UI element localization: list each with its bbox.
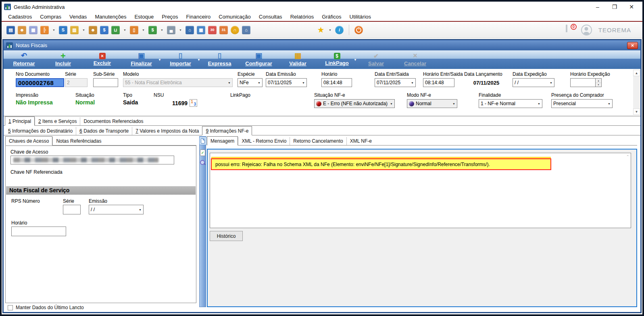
tab-xml-retorno-envio[interactable]: XML - Retorno Envio bbox=[238, 137, 290, 145]
configurar-button[interactable]: ▣ Configurar bbox=[239, 52, 278, 67]
chevron-down-icon[interactable]: ▼ bbox=[536, 100, 542, 108]
keep-last-entry-checkbox[interactable] bbox=[8, 305, 13, 310]
splitter-strip[interactable]: ✓ bbox=[199, 136, 206, 307]
finalidade-select[interactable]: 1 - NF-e Normal ▼ bbox=[479, 99, 542, 108]
scroll-up-icon[interactable]: ▲ bbox=[633, 70, 640, 76]
tab-principal[interactable]: 1 Principal bbox=[5, 116, 35, 126]
cash-register-icon[interactable]: ▄ bbox=[167, 26, 175, 34]
modo-nfe-select[interactable]: Normal ▼ bbox=[407, 99, 457, 108]
tab-valores-impostos[interactable]: 7 Valores e Impostos da Nota bbox=[132, 127, 202, 135]
user-finance-icon[interactable]: ☻ bbox=[89, 26, 97, 34]
emissao-select[interactable]: / / ▼ bbox=[89, 205, 144, 214]
chevron-down-icon[interactable]: ▼ bbox=[606, 100, 612, 108]
situacao-nfe-select[interactable]: E - Erro (NFE não Autorizada) ▼ bbox=[314, 99, 395, 108]
menu-cadastros[interactable]: Cadastros bbox=[4, 12, 36, 21]
chevron-down-icon[interactable]: ▼ bbox=[409, 79, 415, 87]
cabinet-icon[interactable]: ▤ bbox=[6, 26, 15, 34]
dropdown-arrow-icon[interactable]: ▼ bbox=[141, 26, 146, 34]
rps-horario-input[interactable] bbox=[11, 227, 66, 236]
data-emissao-select[interactable]: 07/11/2025 ▼ bbox=[266, 78, 307, 87]
menu-compras[interactable]: Compras bbox=[36, 12, 65, 21]
sub-serie-input[interactable] bbox=[93, 78, 118, 87]
document-orange-icon[interactable]: ▯ bbox=[130, 26, 138, 34]
info-icon[interactable]: i bbox=[335, 26, 344, 34]
lock-icon[interactable]: ∩ bbox=[231, 26, 239, 34]
validar-button[interactable]: ▦ Validar bbox=[278, 52, 317, 67]
scroll-down-icon[interactable]: ▼ bbox=[633, 108, 640, 115]
chevron-down-icon[interactable]: ▼ bbox=[256, 79, 262, 87]
expressa-button[interactable]: ▯ Expressa bbox=[200, 52, 239, 67]
numbers-lookup-icon[interactable]: 1 3 bbox=[190, 99, 197, 107]
menu-consultas[interactable]: Consultas bbox=[255, 12, 286, 21]
dropdown-arrow-icon[interactable]: ▼ bbox=[160, 26, 164, 34]
chevron-down-icon[interactable]: ▼ bbox=[137, 205, 143, 214]
finalizar-button[interactable]: ▣ Finalizar ▼ bbox=[122, 52, 161, 67]
horario-entr-saida-input[interactable]: 08:14:48 bbox=[423, 78, 454, 87]
menu-utilitarios[interactable]: Utilitários bbox=[346, 12, 375, 21]
retornar-button[interactable]: ↶ Retornar bbox=[4, 52, 44, 67]
clipboard-check-icon[interactable]: ✓ bbox=[200, 150, 205, 156]
dropdown-arrow-icon[interactable]: ▼ bbox=[123, 26, 127, 34]
chevron-down-icon[interactable]: ▼ bbox=[451, 100, 457, 108]
data-expedicao-select[interactable]: / / ▼ bbox=[513, 78, 554, 87]
dropdown-arrow-icon[interactable]: ▼ bbox=[178, 26, 183, 34]
users-icon[interactable]: ☻ bbox=[18, 26, 26, 34]
rps-serie-input[interactable] bbox=[63, 205, 81, 214]
building-calc-icon[interactable]: ⌂ bbox=[185, 26, 194, 34]
price-document-icon[interactable]: $ bbox=[100, 26, 108, 34]
menu-estoque[interactable]: Estoque bbox=[130, 12, 158, 21]
calendar-30-icon[interactable]: 30 bbox=[208, 26, 217, 34]
chevron-down-icon[interactable]: ▼ bbox=[548, 79, 554, 87]
cart-icon[interactable]: ⊔ bbox=[111, 26, 120, 34]
menu-relatorios[interactable]: Relatórios bbox=[286, 12, 318, 21]
menu-manutencoes[interactable]: Manutenções bbox=[91, 12, 130, 21]
dropdown-arrow-icon[interactable]: ▼ bbox=[81, 26, 86, 34]
importar-button[interactable]: ▯ Importar ▼ bbox=[161, 52, 200, 67]
linkpago-button[interactable]: $ LinkPago ▼ bbox=[317, 52, 356, 66]
menu-precos[interactable]: Preços bbox=[158, 12, 182, 21]
minimize-button[interactable]: – bbox=[589, 2, 606, 12]
power-icon[interactable] bbox=[354, 26, 363, 34]
user-avatar[interactable] bbox=[581, 25, 592, 35]
horario-input[interactable]: 08:14:48 bbox=[321, 78, 352, 87]
error-message-row[interactable]: possui erro: Rejeicao: Falha no Schema X… bbox=[211, 158, 551, 170]
tab-informacoes-nfe[interactable]: 9 Informações NF-e bbox=[202, 126, 252, 135]
chave-de-acesso-input[interactable] bbox=[10, 156, 174, 164]
tab-documentos-referenciados[interactable]: Documentos Referenciados bbox=[80, 117, 146, 125]
transfer-page-icon[interactable] bbox=[199, 137, 206, 145]
dropdown-arrow-icon[interactable]: ▼ bbox=[52, 26, 56, 34]
tab-notas-referenciadas[interactable]: Notas Referênciadas bbox=[52, 137, 104, 145]
menu-comunicacao[interactable]: Comunicação bbox=[215, 12, 255, 21]
especie-select[interactable]: NFe ▼ bbox=[238, 78, 263, 87]
incluir-button[interactable]: + Incluir bbox=[44, 52, 83, 67]
scroll-up-icon[interactable]: ⌃ bbox=[626, 154, 629, 159]
close-button[interactable]: ✕ bbox=[623, 2, 640, 12]
nro-documento-input[interactable]: 0000002768 bbox=[16, 78, 64, 87]
package-icon[interactable]: ▥ bbox=[70, 26, 79, 34]
magnifier-icon[interactable] bbox=[200, 160, 206, 166]
contacts-card-icon[interactable]: ▦ bbox=[29, 26, 38, 34]
spinner-arrows-icon[interactable]: ▲▼ bbox=[595, 79, 601, 87]
historico-button[interactable]: Histórico bbox=[210, 231, 243, 241]
form-scrollbar[interactable]: ▲ ▼ bbox=[633, 70, 640, 115]
tab-chaves-de-acesso[interactable]: Chaves de Acesso bbox=[5, 136, 52, 146]
calendar-config-icon[interactable]: 31 bbox=[219, 26, 228, 34]
dropdown-arrow-icon[interactable]: ▼ bbox=[328, 26, 332, 34]
menu-graficos[interactable]: Gráficos bbox=[318, 12, 345, 21]
building-search-icon[interactable]: ⌂ bbox=[242, 26, 250, 34]
chevron-down-icon[interactable]: ▼ bbox=[388, 100, 394, 108]
data-entr-saida-select[interactable]: 07/11/2025 ▼ bbox=[375, 78, 416, 87]
tab-itens-servicos[interactable]: 2 Itens e Serviços bbox=[35, 117, 80, 125]
excluir-button[interactable]: × Excluir bbox=[83, 52, 122, 66]
document-s-icon[interactable]: S bbox=[59, 26, 67, 34]
tab-dados-transporte[interactable]: 6 Dados de Transporte bbox=[76, 127, 132, 135]
menu-financeiro[interactable]: Financeiro bbox=[182, 12, 215, 21]
menu-vendas[interactable]: Vendas bbox=[65, 12, 91, 21]
tab-retorno-cancelamento[interactable]: Retorno Cancelamento bbox=[290, 137, 346, 145]
tab-informacoes-destinatario[interactable]: 5 Informações do Destinatário bbox=[5, 127, 76, 135]
presenca-comprador-select[interactable]: Presencial ▼ bbox=[551, 99, 613, 108]
notifications-bell-icon[interactable]: 0 bbox=[566, 25, 575, 34]
tab-xml-nfe[interactable]: XML NF-e bbox=[346, 137, 375, 145]
chevron-down-icon[interactable]: ▼ bbox=[300, 79, 306, 87]
hierarchy-icon[interactable]: ╠ bbox=[40, 26, 49, 34]
